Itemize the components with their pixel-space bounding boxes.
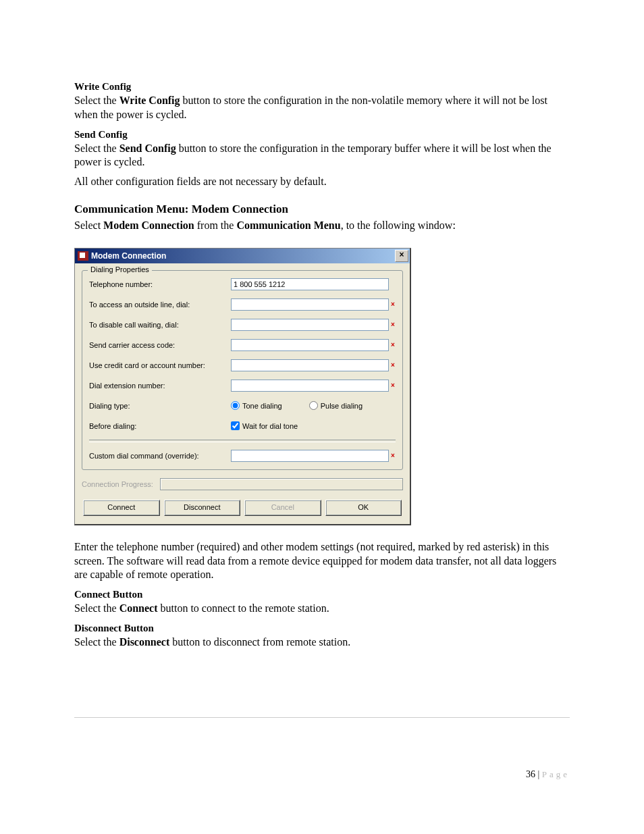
dialing-properties-groupbox: Dialing Properties Telephone number: To … <box>82 270 403 470</box>
credit-card-input[interactable] <box>231 359 389 371</box>
dialog-titlebar[interactable]: Modem Connection × <box>75 249 410 263</box>
modem-connection-dialog: Modem Connection × Dialing Properties Te… <box>74 248 411 525</box>
pulse-dialing-radio[interactable]: Pulse dialing <box>309 401 363 410</box>
text-fragment: button to connect to the remote station. <box>158 602 329 614</box>
app-icon <box>78 251 88 261</box>
text-fragment: Select the <box>74 95 119 106</box>
disconnect-button-heading: Disconnect Button <box>74 623 570 634</box>
write-config-text: Select the Write Config button to store … <box>74 94 570 122</box>
text-fragment: from the <box>194 219 237 231</box>
text-fragment: , to the following window: <box>341 219 456 231</box>
text-bold: Write Config <box>119 95 180 106</box>
required-asterisk: × <box>390 321 396 328</box>
pulse-radio-input[interactable] <box>309 401 318 410</box>
outside-line-input[interactable] <box>231 298 389 311</box>
page-number-sep: | <box>535 769 542 779</box>
text-fragment: Select the <box>74 142 119 154</box>
separator <box>89 440 396 442</box>
text-bold: Modem Connection <box>103 219 194 231</box>
wait-for-dial-tone-checkbox[interactable]: Wait for dial tone <box>231 421 298 430</box>
text-bold: Disconnect <box>119 636 170 648</box>
custom-dial-label: Custom dial command (override): <box>89 452 231 460</box>
text-fragment: Select the <box>74 602 119 614</box>
carrier-code-label: Send carrier access code: <box>89 341 231 349</box>
text-bold: Connect <box>119 602 158 614</box>
dialing-type-label: Dialing type: <box>89 402 231 410</box>
connection-progress-label: Connection Progress: <box>82 480 153 488</box>
text-fragment: Select the <box>74 636 119 648</box>
send-config-heading: Send Config <box>74 129 570 140</box>
disable-call-waiting-input[interactable] <box>231 319 389 331</box>
required-asterisk: × <box>390 361 396 369</box>
disconnect-button[interactable]: Disconnect <box>164 500 241 516</box>
required-asterisk: × <box>390 341 396 348</box>
custom-dial-input[interactable] <box>231 450 389 462</box>
write-config-heading: Write Config <box>74 81 570 93</box>
text-bold: Communication Menu <box>236 219 340 231</box>
page-number-value: 36 <box>526 769 535 779</box>
carrier-code-input[interactable] <box>231 339 389 351</box>
outside-line-label: To access an outside line, dial: <box>89 301 231 309</box>
before-dialing-label: Before dialing: <box>89 422 231 430</box>
text-fragment: button to disconnect from remote station… <box>169 636 350 648</box>
telephone-label: Telephone number: <box>89 280 231 288</box>
communication-menu-heading: Communication Menu: Modem Connection <box>74 203 570 216</box>
disable-call-waiting-label: To disable call waiting, dial: <box>89 321 231 329</box>
text-bold: Send Config <box>119 142 176 154</box>
pulse-label-text: Pulse dialing <box>321 402 363 410</box>
dialog-title: Modem Connection <box>91 251 166 261</box>
footer-separator <box>74 717 570 718</box>
wait-checkbox-input[interactable] <box>231 421 240 430</box>
cancel-button[interactable]: Cancel <box>244 500 321 516</box>
tone-dialing-radio[interactable]: Tone dialing <box>231 401 282 410</box>
required-asterisk: × <box>390 382 396 389</box>
page-number-text: Page <box>542 769 570 779</box>
send-config-text: Select the Send Config button to store t… <box>74 142 570 170</box>
close-icon[interactable]: × <box>395 250 408 262</box>
required-asterisk: × <box>390 452 396 459</box>
tone-label-text: Tone dialing <box>242 402 282 410</box>
required-asterisk: × <box>390 301 396 308</box>
groupbox-title: Dialing Properties <box>88 265 152 273</box>
send-config-extra: All other configuration fields are not n… <box>74 175 570 189</box>
tone-radio-input[interactable] <box>231 401 240 410</box>
connect-button[interactable]: Connect <box>83 500 160 516</box>
communication-menu-intro: Select Modem Connection from the Communi… <box>74 219 570 233</box>
connect-button-heading: Connect Button <box>74 589 570 600</box>
wait-label-text: Wait for dial tone <box>242 422 298 430</box>
credit-card-label: Use credit card or account number: <box>89 361 231 369</box>
disconnect-button-text: Select the Disconnect button to disconne… <box>74 635 570 650</box>
extension-label: Dial extension number: <box>89 382 231 390</box>
ok-button[interactable]: OK <box>325 500 402 516</box>
after-dialog-text: Enter the telephone number (required) an… <box>74 540 570 582</box>
connect-button-text: Select the Connect button to connect to … <box>74 602 570 616</box>
extension-input[interactable] <box>231 380 389 392</box>
page-number: 36 | Page <box>526 769 570 780</box>
connection-progress-bar <box>160 478 403 490</box>
telephone-input[interactable] <box>231 278 389 290</box>
text-fragment: Select <box>74 219 103 231</box>
